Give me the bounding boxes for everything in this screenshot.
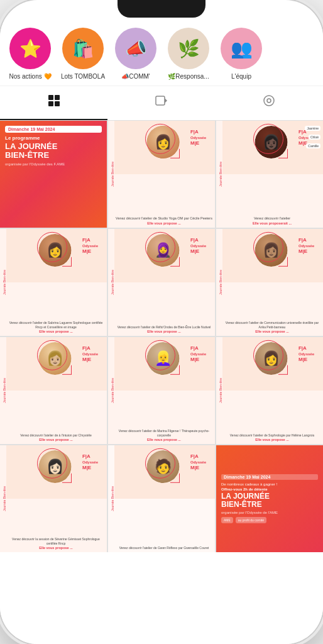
offer-label: Offrez-vous 2h de détente [221, 487, 318, 491]
grid-item-3[interactable]: Journée Bien-être 👩 F|AOdysséeM|E Venez … [0, 229, 107, 336]
portrait-6: 👩🏼 [39, 342, 72, 375]
portrait-2: 👩🏿 [255, 126, 288, 158]
desc-5: Venez découvrir l'atelier de Communicati… [224, 321, 320, 329]
portrait-9: 👩🏻 [39, 450, 72, 483]
offer-date: Dimanche 19 Mai 2024 [221, 474, 318, 480]
video-icon [155, 94, 168, 111]
desc-10: Venez découvrir l'atelier de Gwen Réflex… [116, 546, 212, 550]
story-comm[interactable]: 📣 📣COMM' [113, 28, 158, 80]
story-lots-tombola[interactable]: 🛍️ Lots TOMBOLA [60, 28, 106, 80]
desc-7: Venez découvrir l'atelier de Marina Filg… [116, 429, 212, 437]
grid-item-11[interactable]: Dimanche 19 Mai 2024 De nombreux cadeaux… [216, 445, 323, 552]
phone-notch [118, 0, 205, 18]
tab-tagged[interactable] [216, 86, 323, 120]
grid-item-0[interactable]: Dimanche 19 Mai 2024 Le programme LA JOU… [0, 121, 107, 228]
offer-title: LA JOURNÉEBIEN-ÊTRE [221, 492, 318, 509]
grid-item-1[interactable]: Journée Bien-être 👩 F|AOdysséeM|E Venez … [108, 121, 215, 228]
desc-2: Venez découvrir l'atelier [224, 216, 320, 221]
story-label-lots-tombola: Lots TOMBOLA [61, 73, 105, 80]
grid-item-4[interactable]: Journée Bien-être 🧕 F|AOdysséeM|E Venez … [108, 229, 215, 336]
portrait-3: 👩 [39, 234, 72, 267]
program-date: Dimanche 19 Mai 2024 [5, 126, 102, 133]
action-8: Elle vous propose ... [224, 438, 320, 441]
svg-rect-2 [48, 101, 53, 106]
portrait-7: 👱‍♀️ [147, 342, 180, 375]
grid-item-10[interactable]: Journée Bien-être 🧑 F|AOdysséeM|E Venez … [108, 445, 215, 552]
portrait-8: 👩 [255, 342, 288, 375]
grid-item-7[interactable]: Journée Bien-être 👱‍♀️ F|AOdysséeM|E Ven… [108, 337, 215, 444]
action-7: Elle nous propose ... [116, 438, 212, 441]
story-circle-lots-tombola: 🛍️ [62, 28, 104, 69]
svg-marker-5 [165, 98, 167, 103]
tab-grid[interactable] [0, 86, 107, 120]
offer-org: organisée par l'Odyssée de l'AME [221, 511, 318, 514]
desc-9: Venez découvrir la session de Séverine G… [8, 537, 104, 545]
grid-icon [47, 94, 61, 111]
action-6: Elle vous propose ... [8, 438, 104, 441]
program-org: organisée par l'Odyssée des F.AME [5, 162, 102, 166]
desc-3: Venez découvrir l'atelier de Sabrina Lag… [8, 321, 104, 329]
story-label-comm: 📣COMM' [121, 73, 150, 80]
program-label: Le programme [5, 135, 102, 141]
story-equip[interactable]: 👥 L'équip [219, 28, 264, 80]
grid-item-5[interactable]: Journée Bien-être 👩🏽 F|AOdysséeM|E Venez… [216, 229, 323, 336]
portrait-4: 🧕 [147, 234, 180, 267]
desc-4: Venez découvrir l'atelier de Réfix'Ondes… [116, 325, 212, 330]
story-circle-nos-actions: ⭐ [9, 28, 51, 69]
offer-intro: De nombreux cadeaux à gagner ! [221, 482, 318, 486]
story-circle-comm: 📣 [115, 28, 156, 69]
grid-item-2[interactable]: Journée Bien-être 👩🏿 F|AOdysséeM|E Jasmi… [216, 121, 323, 228]
svg-rect-3 [55, 101, 60, 106]
svg-point-6 [264, 96, 274, 106]
story-nos-actions[interactable]: ⭐ Nos actions 🧡 [8, 28, 53, 80]
action-9: Elle vous propose ... [8, 546, 104, 550]
portrait-10: 🧑 [147, 450, 180, 483]
portrait-1: 👩 [147, 126, 180, 158]
action-3: Elle vous propose ... [8, 330, 104, 333]
svg-rect-4 [156, 96, 165, 105]
grid-item-9[interactable]: Journée Bien-être 👩🏻 F|AOdysséeM|E Venez… [0, 445, 107, 552]
tab-bar [0, 86, 323, 121]
tag-icon [262, 94, 276, 111]
svg-rect-0 [48, 95, 53, 100]
story-label-equip: L'équip [231, 73, 251, 80]
desc-6: Venez découvrir l'atelier de à l'intuion… [8, 433, 104, 438]
svg-point-7 [267, 99, 271, 103]
action-4: Elle vous propose ... [116, 330, 212, 333]
story-label-responsa: 🌿Responsa... [168, 73, 209, 80]
desc-1: Venez découvrir l'atelier de Studio Yoga… [116, 216, 212, 221]
svg-rect-1 [55, 95, 60, 100]
story-circle-equip: 👥 [221, 28, 262, 69]
posts-grid: Dimanche 19 Mai 2024 Le programme LA JOU… [0, 121, 323, 552]
program-title: LA JOURNÉEBIEN-ÊTRE [5, 142, 102, 160]
action-2: Elle vous proposerait ... [224, 221, 320, 225]
stories-row: ⭐ Nos actions 🧡 🛍️ Lots TOMBOLA 📣 📣COMM'… [0, 18, 323, 86]
phone-screen: ⭐ Nos actions 🧡 🛍️ Lots TOMBOLA 📣 📣COMM'… [0, 18, 323, 644]
story-circle-responsa: 🌿 [168, 28, 209, 69]
phone-frame: ⭐ Nos actions 🧡 🛍️ Lots TOMBOLA 📣 📣COMM'… [0, 0, 323, 644]
desc-8: Venez découvrir l'atelier de Sophrologie… [224, 433, 320, 438]
grid-item-6[interactable]: Journée Bien-être 👩🏼 F|AOdysséeM|E Venez… [0, 337, 107, 444]
tab-video[interactable] [107, 86, 215, 120]
action-1: Elle vous propose ... [116, 221, 212, 225]
action-5: Elle vous propose ... [224, 330, 320, 333]
story-label-nos-actions: Nos actions 🧡 [9, 73, 51, 80]
story-responsa[interactable]: 🌿 🌿Responsa... [166, 28, 211, 80]
portrait-5: 👩🏽 [255, 234, 288, 267]
grid-item-8[interactable]: Journée Bien-être 👩 F|AOdysséeM|E Venez … [216, 337, 323, 444]
